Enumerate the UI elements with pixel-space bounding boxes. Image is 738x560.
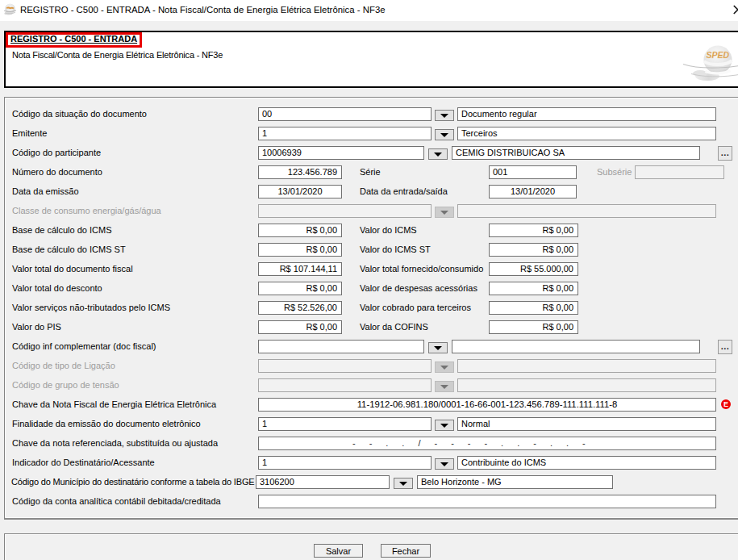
svg-text:SPED: SPED — [707, 50, 730, 60]
